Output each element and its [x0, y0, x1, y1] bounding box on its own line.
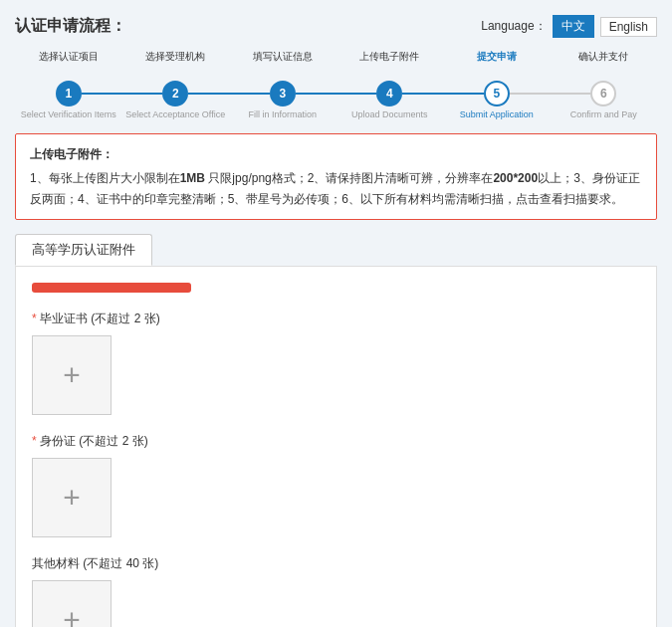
id-label: * 身份证 (不超过 2 张) — [32, 433, 640, 450]
redacted-name — [32, 283, 191, 293]
notice-box: 上传电子附件： 1、每张上传图片大小限制在1MB 只限jpg/png格式；2、请… — [15, 133, 657, 220]
diploma-required-star: * — [32, 312, 40, 325]
upload-group-id: * 身份证 (不超过 2 张) + — [32, 433, 640, 537]
step-6-label-en: Confirm and Pay — [570, 109, 637, 119]
upload-group-diploma: * 毕业证书 (不超过 2 张) + — [32, 311, 640, 415]
tab-higher-education[interactable]: 高等学历认证附件 — [15, 234, 152, 266]
id-required-star: * — [32, 434, 40, 448]
diploma-label: * 毕业证书 (不超过 2 张) — [32, 311, 640, 327]
step-2: 选择受理机构 2 Select Acceptance Office — [122, 50, 230, 119]
step-6-label-zh: 确认并支付 — [578, 50, 628, 78]
id-plus-icon: + — [63, 483, 81, 513]
step-3-label-en: Fill in Information — [248, 109, 317, 119]
step-2-label-zh: 选择受理机构 — [145, 50, 205, 78]
id-upload-button[interactable]: + — [32, 458, 112, 537]
other-label-text: 其他材料 (不超过 40 张) — [32, 556, 158, 570]
step-5: 提交申请 5 Submit Application — [443, 50, 551, 119]
other-label: 其他材料 (不超过 40 张) — [32, 555, 640, 572]
step-1-circle: 1 — [56, 81, 82, 106]
lang-zh-button[interactable]: 中文 — [553, 15, 594, 38]
diploma-label-text: 毕业证书 (不超过 2 张) — [40, 312, 160, 325]
tab-bar: 高等学历认证附件 — [15, 234, 657, 266]
step-6: 确认并支付 6 Confirm and Pay — [551, 50, 658, 119]
step-1: 选择认证项目 1 Select Verification Items — [15, 50, 122, 119]
diploma-upload-button[interactable]: + — [32, 335, 112, 415]
upload-section: * 毕业证书 (不超过 2 张) + * 身份证 (不超过 2 张) + 其他材… — [15, 266, 657, 627]
lang-en-button[interactable]: English — [600, 17, 657, 37]
step-5-circle: 5 — [484, 81, 510, 106]
step-3-circle: 3 — [270, 81, 296, 106]
page-wrapper: 认证申请流程： Language： 中文 English 选择认证项目 1 Se… — [0, 0, 672, 627]
steps-container: 选择认证项目 1 Select Verification Items 选择受理机… — [15, 50, 657, 119]
notice-title: 上传电子附件： — [30, 144, 642, 164]
other-upload-button[interactable]: + — [32, 580, 112, 627]
page-title: 认证申请流程： — [15, 16, 126, 37]
step-4-circle: 4 — [376, 81, 402, 106]
step-6-circle: 6 — [590, 81, 616, 106]
step-3: 填写认证信息 3 Fill in Information — [229, 50, 336, 119]
id-label-text: 身份证 (不超过 2 张) — [40, 434, 148, 448]
language-label: Language： — [481, 18, 546, 35]
notice-text: 1、每张上传图片大小限制在1MB 只限jpg/png格式；2、请保持图片清晰可辨… — [30, 168, 642, 209]
step-4-label-en: Upload Documents — [351, 109, 428, 119]
step-1-label-zh: 选择认证项目 — [39, 50, 99, 78]
other-plus-icon: + — [63, 605, 81, 627]
step-1-label-en: Select Verification Items — [21, 109, 116, 119]
header: 认证申请流程： Language： 中文 English — [15, 15, 657, 38]
step-2-label-en: Select Acceptance Office — [125, 109, 225, 119]
language-switcher: Language： 中文 English — [481, 15, 657, 38]
step-2-circle: 2 — [162, 81, 188, 106]
step-3-label-zh: 填写认证信息 — [253, 50, 313, 78]
upload-group-other: 其他材料 (不超过 40 张) + — [32, 555, 640, 627]
step-4-label-zh: 上传电子附件 — [359, 50, 419, 78]
step-5-label-en: Submit Application — [460, 109, 534, 119]
diploma-plus-icon: + — [63, 360, 81, 390]
step-5-label-zh: 提交申请 — [477, 50, 517, 78]
step-4: 上传电子附件 4 Upload Documents — [336, 50, 444, 119]
